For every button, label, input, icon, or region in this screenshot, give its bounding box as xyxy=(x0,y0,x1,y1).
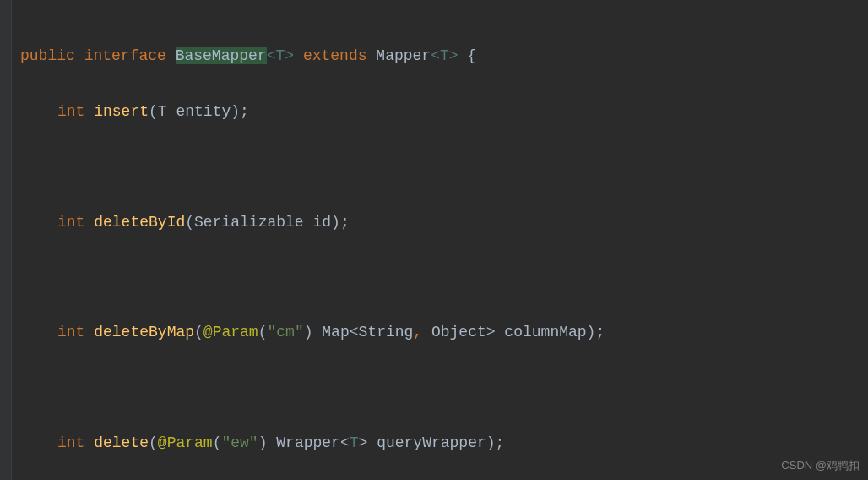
paren: ( xyxy=(149,434,158,451)
generic-param: T xyxy=(350,434,359,451)
keyword-extends: extends xyxy=(303,47,367,64)
return-type: int xyxy=(57,103,84,120)
blank-line xyxy=(20,153,868,181)
params: Map<String xyxy=(313,324,414,341)
method-name: deleteByMap xyxy=(94,324,194,341)
annotation: @Param xyxy=(158,434,213,451)
code-line: public interface BaseMapper<T> extends M… xyxy=(20,42,868,70)
params: Wrapper< xyxy=(268,434,350,451)
string-literal: "ew" xyxy=(221,434,258,451)
method-name: insert xyxy=(94,103,149,120)
paren: ( xyxy=(194,324,203,341)
params: > queryWrapper); xyxy=(359,434,505,451)
paren: ) xyxy=(304,324,313,341)
string-literal: "cm" xyxy=(267,324,303,341)
blank-line xyxy=(20,264,868,292)
brace: { xyxy=(458,47,477,64)
code-editor[interactable]: public interface BaseMapper<T> extends M… xyxy=(0,0,868,480)
keyword-interface: interface xyxy=(84,47,166,64)
keyword-public: public xyxy=(20,47,75,64)
code-line: int delete(@Param("ew") Wrapper<T> query… xyxy=(20,429,868,457)
watermark: CSDN @鸡鸭扣 xyxy=(781,455,860,475)
code-line: int deleteById(Serializable id); xyxy=(20,209,868,237)
class-name: BaseMapper xyxy=(176,47,267,64)
annotation: @Param xyxy=(203,324,258,341)
generic-param: <T> xyxy=(431,47,458,64)
params: (Serializable id); xyxy=(185,214,349,231)
editor-gutter xyxy=(0,0,12,480)
return-type: int xyxy=(57,324,84,341)
return-type: int xyxy=(57,214,84,231)
parent-class: Mapper xyxy=(376,47,431,64)
params: Object> columnMap); xyxy=(422,324,605,341)
comma: , xyxy=(413,324,422,341)
return-type: int xyxy=(57,434,84,451)
paren: ( xyxy=(258,324,268,341)
paren: ( xyxy=(213,434,222,451)
params: (T entity); xyxy=(149,103,249,120)
code-line: int deleteByMap(@Param("cm") Map<String,… xyxy=(20,319,868,346)
method-name: deleteById xyxy=(94,214,185,231)
blank-line xyxy=(20,374,868,402)
code-line: int insert(T entity); xyxy=(20,98,868,126)
paren: ) xyxy=(258,434,268,451)
generic-param: <T> xyxy=(267,47,294,64)
method-name: delete xyxy=(94,434,149,451)
